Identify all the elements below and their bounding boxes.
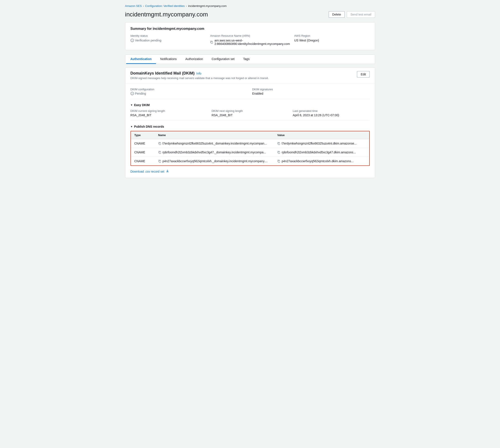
row1-value: l7erdymkwhsngmznl2fkx66325uzo4nt.dkim.am…: [274, 139, 369, 148]
last-generated-value: April 6, 2023 at 13:26 (UTC-07:00): [293, 113, 370, 117]
dkim-section-title: DomainKeys Identified Mail (DKIM) Info: [130, 71, 269, 76]
page-title: incidentmgmt.mycompany.com: [125, 11, 208, 18]
signing-length-value: RSA_2048_BIT: [130, 113, 208, 117]
tabs: Authentication Notifications Authorizati…: [125, 55, 375, 64]
dns-table-body: CNAME l7erdymkwhsngmznl2: [131, 139, 369, 166]
identity-status-section: Identity status ⊙ Verification pending: [130, 34, 206, 46]
row3-name-cell: p4n27axackbccwrfxxyq562iqmtcolxh._domain…: [158, 160, 271, 163]
signing-length-label: DKIM current signing length: [130, 109, 208, 112]
summary-grid: Identity status ⊙ Verification pending A…: [130, 34, 370, 46]
dns-table-head: Type Name Value: [131, 131, 369, 139]
publish-dns-header[interactable]: ▼ Publish DNS records: [130, 125, 370, 128]
row1-name-text: l7erdymkwhsngmznl2fkx66325uzo4nt._domain…: [162, 142, 267, 145]
row1-value-cell: l7erdymkwhsngmznl2fkx66325uzo4nt.dkim.am…: [277, 142, 366, 145]
dkim-signatures-label: DKIM signatures: [252, 88, 370, 91]
download-icon: [166, 169, 169, 174]
row1-name-copy[interactable]: [158, 142, 161, 145]
easy-dkim-header[interactable]: ▼ Easy DKIM: [130, 103, 370, 107]
arn-value-container: arn:aws:ses:us-west-2:866400860890:ident…: [210, 39, 290, 46]
dkim-status-grid: DKIM configuration ⊙ Pending DKIM signat…: [130, 88, 370, 99]
dkim-config-section: DKIM configuration ⊙ Pending: [130, 88, 248, 95]
row2-value-cell: rpbrfoomdh2t2vmb3zbkdxhvd5xc3g47.dkim.am…: [277, 151, 366, 154]
row2-name-text: rpbrfoomdh2t2vmb3zbkdxhvd5xc3g47._domain…: [162, 151, 266, 154]
page-wrapper: Amazon SES › Configuration: Verified ide…: [125, 4, 375, 178]
row2-value-copy[interactable]: [277, 151, 280, 154]
next-signing-label: DKIM next signing length: [211, 109, 289, 112]
download-csv-link[interactable]: Download .csv record set: [130, 169, 370, 174]
row3-type: CNAME: [131, 157, 155, 166]
svg-rect-3: [159, 152, 161, 154]
arn-label: Amazon Resource Name (ARN): [210, 34, 290, 37]
row3-name-copy[interactable]: [158, 160, 161, 163]
svg-rect-5: [159, 160, 161, 162]
tab-configuration-set[interactable]: Configuration set: [207, 55, 239, 64]
breadcrumb-ses-link[interactable]: Amazon SES: [125, 4, 142, 8]
breadcrumb-current: incidentmgmt.mycompany.com: [188, 4, 227, 8]
publish-dns-label: Publish DNS records: [134, 125, 164, 128]
breadcrumb-verified-link[interactable]: Configuration: Verified identities: [145, 4, 185, 8]
dkim-config-value: ⊙ Pending: [130, 92, 248, 95]
dkim-title-text: DomainKeys Identified Mail (DKIM): [130, 71, 195, 76]
col-type: Type: [131, 131, 155, 139]
tab-tags[interactable]: Tags: [239, 55, 254, 64]
tab-notifications[interactable]: Notifications: [156, 55, 181, 64]
row1-value-text: l7erdymkwhsngmznl2fkx66325uzo4nt.dkim.am…: [282, 142, 356, 145]
table-row: CNAME rpbrfoomdh2t2vmb3z: [131, 148, 369, 157]
delete-button[interactable]: Delete: [329, 11, 345, 18]
dkim-signatures-section: DKIM signatures Enabled: [252, 88, 370, 95]
svg-rect-1: [159, 143, 161, 145]
download-csv-text: Download .csv record set: [130, 170, 164, 173]
arn-section: Amazon Resource Name (ARN) arn:aws:ses:u…: [210, 34, 290, 46]
pending-icon: ⊙: [130, 39, 134, 42]
row3-value-text: p4n27axackbccwrfxxyq562iqmtcolxh.dkim.am…: [282, 160, 354, 163]
dns-table-header-row: Type Name Value: [131, 131, 369, 139]
easy-dkim-label: Easy DKIM: [134, 103, 149, 107]
dkim-content-card: DomainKeys Identified Mail (DKIM) Info D…: [125, 67, 375, 178]
row2-name-copy[interactable]: [158, 151, 161, 154]
row1-type: CNAME: [131, 139, 155, 148]
row2-name-cell: rpbrfoomdh2t2vmb3zbkdxhvd5xc3g47._domain…: [158, 151, 271, 154]
col-value: Value: [274, 131, 369, 139]
region-label: AWS Region: [294, 34, 370, 37]
dns-table-wrapper: Type Name Value CNAME: [130, 131, 370, 166]
send-test-email-button[interactable]: Send test email: [347, 11, 375, 18]
arn-copy-icon[interactable]: [210, 41, 213, 44]
row3-value-copy[interactable]: [277, 160, 280, 163]
copy-icon: [158, 142, 161, 145]
dkim-edit-button[interactable]: Edit: [357, 71, 370, 78]
dkim-info-link[interactable]: Info: [196, 72, 201, 75]
copy-icon: [277, 151, 280, 154]
row3-name-text: p4n27axackbccwrfxxyq562iqmtcolxh._domain…: [162, 160, 268, 163]
region-section: AWS Region US West (Oregon): [294, 34, 370, 46]
row2-value: rpbrfoomdh2t2vmb3zbkdxhvd5xc3g47.dkim.am…: [274, 148, 369, 157]
signing-length-section: DKIM current signing length RSA_2048_BIT: [130, 109, 208, 117]
svg-rect-0: [211, 41, 213, 43]
tab-authorization[interactable]: Authorization: [181, 55, 208, 64]
summary-card-title: Summary for incidentmgmt.mycompany.com: [130, 27, 370, 31]
row2-name: rpbrfoomdh2t2vmb3zbkdxhvd5xc3g47._domain…: [155, 148, 274, 157]
table-row: CNAME l7erdymkwhsngmznl2: [131, 139, 369, 148]
easy-dkim-arrow: ▼: [130, 104, 133, 106]
row2-value-text: rpbrfoomdh2t2vmb3zbkdxhvd5xc3g47.dkim.am…: [282, 151, 356, 154]
tab-authentication[interactable]: Authentication: [126, 55, 156, 64]
breadcrumb-separator-1: ›: [143, 4, 144, 8]
next-signing-value: RSA_2048_BIT: [211, 113, 289, 117]
arn-value: arn:aws:ses:us-west-2:866400860890:ident…: [214, 39, 290, 46]
dkim-header-left: DomainKeys Identified Mail (DKIM) Info D…: [130, 71, 269, 80]
summary-card: Summary for incidentmgmt.mycompany.com I…: [125, 22, 375, 50]
row1-value-copy[interactable]: [277, 142, 280, 145]
col-name: Name: [155, 131, 274, 139]
last-generated-section: Last generated time April 6, 2023 at 13:…: [293, 109, 370, 117]
tabs-bar: Authentication Notifications Authorizati…: [125, 54, 375, 64]
dns-table: Type Name Value CNAME: [131, 131, 369, 165]
dkim-subtitle: DKIM-signed messages help receiving mail…: [130, 77, 269, 80]
row3-name: p4n27axackbccwrfxxyq562iqmtcolxh._domain…: [155, 157, 274, 166]
row2-type: CNAME: [131, 148, 155, 157]
dkim-config-text: Pending: [135, 92, 146, 95]
breadcrumb: Amazon SES › Configuration: Verified ide…: [125, 4, 375, 8]
row3-value: p4n27axackbccwrfxxyq562iqmtcolxh.dkim.am…: [274, 157, 369, 166]
copy-icon: [277, 142, 280, 145]
header-actions: Delete Send test email: [329, 11, 375, 18]
copy-icon: [158, 151, 161, 154]
svg-rect-2: [278, 143, 280, 145]
